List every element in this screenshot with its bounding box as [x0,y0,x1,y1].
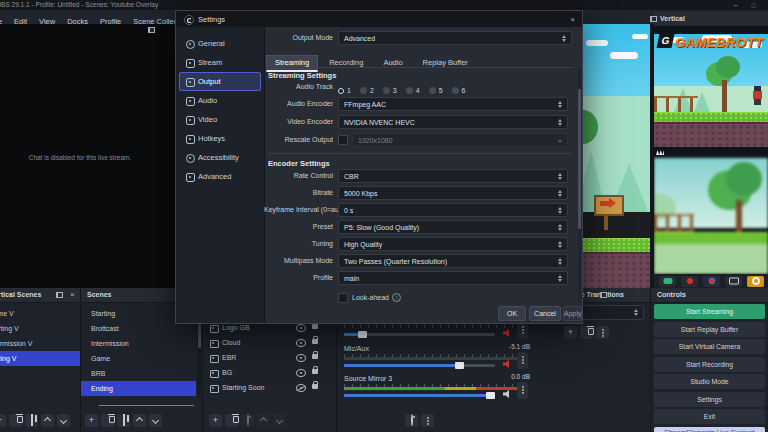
volume-slider[interactable] [344,394,495,397]
audio-track-radio-1[interactable] [338,88,344,94]
audio-track-radio-6[interactable] [452,87,459,94]
source-row-bg[interactable]: BG [203,365,336,380]
popout-icon[interactable] [600,292,607,298]
source-row-starting-soon[interactable]: Starting Soon [203,380,336,395]
volume-slider[interactable] [344,333,495,336]
audio-track-radio-2[interactable] [360,87,367,94]
source-row-cloud[interactable]: Cloud [203,335,336,350]
output-mode-select[interactable]: Advanced [338,31,572,45]
add-transition-button[interactable]: + [564,326,577,339]
streamelements-live-support-button[interactable]: StreamElements Live Support [654,427,765,432]
apply-button[interactable]: Apply [563,306,582,321]
encoder-rate-control-select[interactable]: CBR [338,169,568,183]
sidebar-item-general[interactable]: General [179,34,261,53]
encoder-bitrate-spinbox[interactable]: 5000 Kbps [338,186,568,200]
remove-scene-button[interactable] [9,414,22,427]
vertical-toolbar-record-button[interactable] [681,276,698,287]
mute-icon[interactable] [503,360,511,368]
vertical-toolbar-virtual-camera-button[interactable] [703,276,720,287]
mixer-menu-button[interactable] [421,414,434,427]
lock-icon[interactable] [312,384,318,389]
move-scene-up-button[interactable] [41,414,54,427]
audio-track-radio-3[interactable] [383,87,390,94]
add-scene-button[interactable]: + [0,414,6,427]
cancel-button[interactable]: Cancel [529,306,561,321]
fader-menu-button[interactable] [517,352,528,369]
start-recording-button[interactable]: Start Recording [654,357,765,372]
scene-item-brb[interactable]: BRB [81,366,196,381]
sidebar-item-output[interactable]: Output [179,72,261,91]
volume-slider[interactable] [344,364,495,367]
source-row-ebr[interactable]: EBR [203,350,336,365]
speaker-icon[interactable] [503,390,511,398]
popout-icon[interactable] [56,292,63,298]
remove-transition-button[interactable] [580,326,593,339]
scene-item-starting-v[interactable]: Starting V [0,321,80,336]
source-properties-button[interactable] [241,414,254,427]
lock-icon[interactable] [312,369,318,374]
scene-filters-button[interactable] [117,414,130,427]
sidebar-item-hotkeys[interactable]: Hotkeys [179,129,261,148]
scene-item-intermission[interactable]: Intermission [81,336,196,351]
start-streaming-button[interactable]: Start Streaming [654,304,765,319]
move-source-up-button[interactable] [257,414,270,427]
visibility-eye-icon[interactable] [296,324,306,332]
scene-item-game[interactable]: Game [81,351,196,366]
menu-item-docks[interactable]: Docks [61,15,94,24]
slider-handle[interactable] [486,392,495,399]
rescale-resolution-select[interactable]: 1920x1080 [352,133,568,147]
scene-item-intermission-v[interactable]: Intermission V [0,336,80,351]
transition-menu-button[interactable] [596,326,609,339]
horizontal-scrollbar[interactable] [99,405,194,406]
visibility-eye-off-icon[interactable] [296,384,306,392]
add-source-button[interactable]: + [209,414,222,427]
popout-icon[interactable] [650,16,657,22]
sidebar-item-stream[interactable]: Stream [179,53,261,72]
start-virtual-camera-button[interactable]: Start Virtual Camera [654,339,765,354]
fader-menu-button[interactable] [517,322,528,339]
menu-item-view[interactable]: View [33,15,61,24]
scene-item-ending-v[interactable]: Ending V [0,351,80,366]
audio-track-radio-4[interactable] [406,87,413,94]
visibility-eye-icon[interactable] [296,339,306,347]
popout-icon[interactable] [148,27,155,33]
scene-item-ending[interactable]: Ending [81,381,196,396]
sidebar-item-advanced[interactable]: Advanced [179,167,261,186]
slider-handle[interactable] [358,331,367,338]
lock-icon[interactable] [312,339,318,344]
vertical-toolbar-gear-button[interactable] [747,276,764,287]
move-scene-up-button[interactable] [133,414,146,427]
move-scene-down-button[interactable] [149,414,162,427]
sidebar-item-video[interactable]: Video [179,110,261,129]
encoder-preset-select[interactable]: P5: Slow (Good Quality) [338,220,568,234]
move-source-down-button[interactable] [273,414,286,427]
video-encoder-select[interactable]: NVIDIA NVENC HEVC [338,115,568,129]
vertical-toolbar-display-button[interactable] [725,276,742,287]
slider-handle[interactable] [455,362,464,369]
scene-item-game-v[interactable]: Game V [0,306,80,321]
maximize-button[interactable]: ▢ [750,2,757,8]
encoder-keyframe-interval-0-auto--spinbox[interactable]: 0 s [338,203,568,217]
scrollbar-thumb[interactable] [578,89,581,229]
audio-track-radio-5[interactable] [429,87,436,94]
vertical-toolbar-stream-button[interactable] [659,276,676,287]
visibility-eye-icon[interactable] [296,369,306,377]
ok-button[interactable]: OK [498,306,526,321]
sidebar-item-audio[interactable]: Audio [179,91,261,110]
remove-scene-button[interactable] [101,414,114,427]
menu-item-edit[interactable]: Edit [8,15,33,24]
audio-encoder-select[interactable]: FFmpeg AAC [338,97,568,111]
dialog-scrollbar[interactable] [578,69,581,303]
sidebar-item-accessibility[interactable]: Accessibility [179,148,261,167]
studio-mode-button[interactable]: Studio Mode [654,374,765,389]
remove-source-button[interactable] [225,414,238,427]
menu-item-profile[interactable]: Profile [94,15,127,24]
menu-item-file[interactable]: File [0,15,8,24]
add-scene-button[interactable]: + [85,414,98,427]
close-icon[interactable]: × [70,291,75,299]
lock-icon[interactable] [312,324,318,329]
mute-icon[interactable] [503,329,511,337]
start-replay-buffer-button[interactable]: Start Replay Buffer [654,322,765,337]
encoder-tuning-select[interactable]: High Quality [338,237,568,251]
encoder-multipass-mode-select[interactable]: Two Passes (Quarter Resolution) [338,254,568,268]
